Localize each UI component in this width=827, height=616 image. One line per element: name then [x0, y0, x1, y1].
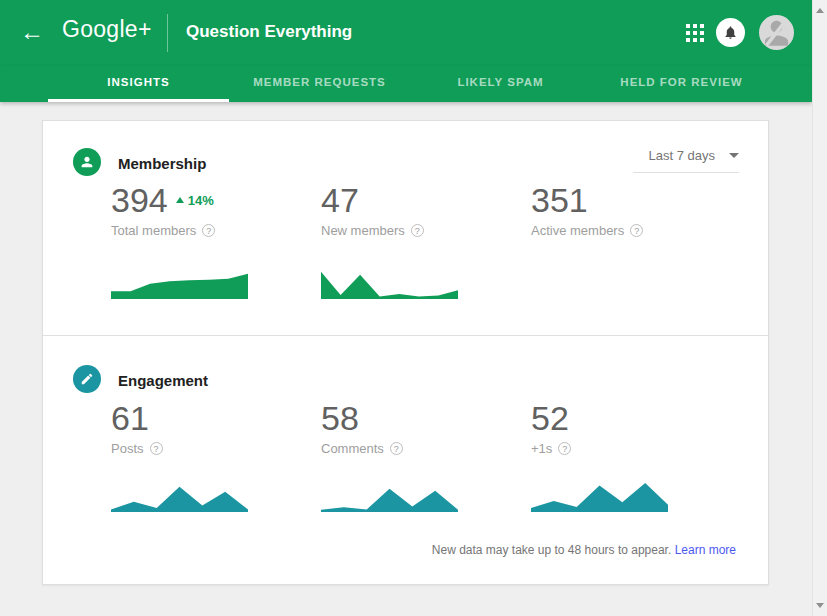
triangle-up-icon [176, 197, 184, 203]
plus-ones-label: +1s [531, 441, 552, 456]
new-members-value: 47 [321, 181, 359, 219]
total-members-label: Total members [111, 223, 196, 238]
stat-total-members: 394 14% Total members ? [111, 181, 311, 238]
stat-posts: 61 Posts ? [111, 399, 311, 456]
bell-icon [723, 25, 738, 40]
person-icon [79, 154, 95, 170]
membership-section-title: Membership [118, 155, 206, 172]
total-members-value: 394 [111, 181, 168, 219]
total-members-sparkline [111, 266, 248, 299]
help-icon[interactable]: ? [411, 224, 424, 237]
google-plus-logo[interactable]: Google+ [62, 16, 152, 43]
scrollbar[interactable] [812, 0, 827, 616]
scroll-up-icon[interactable] [816, 8, 824, 13]
tab-held-for-review[interactable]: HELD FOR REVIEW [591, 66, 772, 102]
chevron-down-icon [729, 153, 739, 158]
help-icon[interactable]: ? [558, 442, 571, 455]
help-icon[interactable]: ? [630, 224, 643, 237]
plus-ones-value: 52 [531, 399, 569, 437]
tab-insights[interactable]: INSIGHTS [48, 66, 229, 102]
tab-bar: INSIGHTS MEMBER REQUESTS LIKELY SPAM HEL… [0, 66, 812, 102]
posts-label: Posts [111, 441, 144, 456]
insights-card: Membership Last 7 days 394 14% Total mem… [42, 120, 769, 585]
avatar[interactable] [759, 15, 794, 50]
back-arrow-icon[interactable]: ← [20, 18, 44, 46]
app-bar: ← Google+ Question Everything [0, 0, 812, 66]
data-delay-note-text: New data may take up to 48 hours to appe… [432, 543, 671, 557]
stat-active-members: 351 Active members ? [531, 181, 731, 238]
stat-plus-ones: 52 +1s ? [531, 399, 731, 456]
comments-label: Comments [321, 441, 384, 456]
community-title: Question Everything [186, 22, 352, 42]
help-icon[interactable]: ? [202, 224, 215, 237]
pencil-icon [80, 372, 94, 386]
period-selector-value: Last 7 days [649, 148, 716, 163]
engagement-section-icon-wrap [73, 365, 101, 393]
data-delay-note: New data may take up to 48 hours to appe… [432, 543, 736, 557]
notifications-button[interactable] [716, 18, 745, 47]
active-members-value: 351 [531, 181, 588, 219]
engagement-section-title: Engagement [118, 372, 208, 389]
section-divider [43, 335, 768, 336]
learn-more-link[interactable]: Learn more [675, 543, 736, 557]
google-plus-insights-page: ← Google+ Question Everything INSIGHTS M… [0, 0, 827, 616]
person-silhouette-icon [759, 15, 794, 50]
scroll-down-icon[interactable] [816, 603, 824, 608]
apps-grid-icon[interactable] [686, 24, 704, 42]
tab-likely-spam[interactable]: LIKELY SPAM [410, 66, 591, 102]
membership-section-icon-wrap [73, 148, 101, 176]
total-members-delta-value: 14% [188, 193, 214, 208]
new-members-label: New members [321, 223, 405, 238]
help-icon[interactable]: ? [150, 442, 163, 455]
stat-new-members: 47 New members ? [321, 181, 521, 238]
total-members-delta: 14% [176, 193, 214, 208]
tab-member-requests[interactable]: MEMBER REQUESTS [229, 66, 410, 102]
stat-comments: 58 Comments ? [321, 399, 521, 456]
comments-sparkline [321, 479, 458, 512]
posts-sparkline [111, 479, 248, 512]
new-members-sparkline [321, 266, 458, 299]
comments-value: 58 [321, 399, 359, 437]
plus-ones-sparkline [531, 479, 668, 512]
help-icon[interactable]: ? [390, 442, 403, 455]
period-selector[interactable]: Last 7 days [633, 148, 739, 173]
active-members-label: Active members [531, 223, 624, 238]
appbar-divider [167, 14, 168, 52]
posts-value: 61 [111, 399, 149, 437]
